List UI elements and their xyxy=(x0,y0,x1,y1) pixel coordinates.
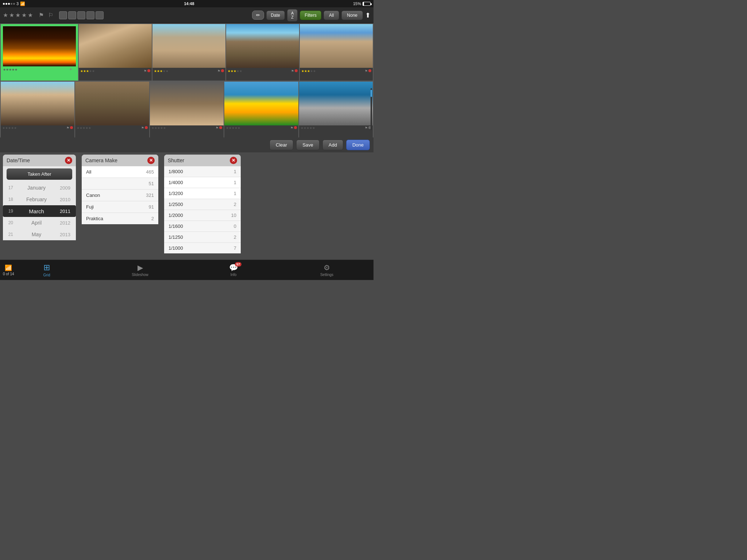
battery-label: 15% xyxy=(353,1,361,6)
cal-row-jan2009[interactable]: 17 January 2009 xyxy=(3,182,76,194)
grid-size-2[interactable] xyxy=(68,11,76,19)
photo-row-1: ★★★★★ ⚑ ★★★★★ ⚑ ★★★★★ ⚑ xyxy=(0,23,374,81)
status-bar: 3 📶 14:48 15% xyxy=(0,0,374,7)
photo-cell-7[interactable]: ★★★★★ ⚑ xyxy=(75,82,149,138)
flag-button[interactable]: ⚑ xyxy=(37,11,45,19)
camera-item-fuji[interactable]: Fuji 91 xyxy=(82,201,158,213)
photo-cell-1[interactable]: ★★★★★ ⚑ xyxy=(1,24,78,81)
share-button[interactable]: ⬆ xyxy=(365,11,371,19)
shutter-item-3200[interactable]: 1/32001 xyxy=(164,188,241,199)
photo-cell-3[interactable]: ★★★★★ ⚑ xyxy=(152,24,225,81)
photo-cell-4[interactable]: ★★★★★ ⚑ xyxy=(226,24,299,81)
close-shutter-button[interactable]: ✕ xyxy=(230,157,237,164)
camera-filter-list: All 465 51 Canon 321 Fuji 91 Praktica 2 xyxy=(82,166,158,224)
camera-canon-label: Canon xyxy=(86,192,100,198)
photo-cell-8[interactable]: ★★★★★ ⚑ xyxy=(150,82,224,138)
photo-meta-6: ★★★★★ ⚑ xyxy=(1,125,74,132)
indicators-4: ⚑ xyxy=(291,69,298,73)
grid-tab-label: Grid xyxy=(43,273,50,277)
camera-blank-count: 51 xyxy=(149,181,154,186)
grid-size-5[interactable] xyxy=(96,11,104,19)
camera-item-all[interactable]: All 465 xyxy=(82,166,158,178)
shutter-item-1600[interactable]: 1/16000 xyxy=(164,221,241,232)
cal-row-apr2012[interactable]: 20 April 2012 xyxy=(3,217,76,229)
done-button[interactable]: Done xyxy=(346,140,370,150)
shutter-item-8000[interactable]: 1/80001 xyxy=(164,166,241,177)
star-4[interactable]: ★ xyxy=(22,12,27,19)
stars-6: ★★★★★ xyxy=(2,126,17,131)
photo-row-2: ★★★★★ ⚑ ★★★★★ ⚑ ★★★★★ ⚑ ★★ xyxy=(0,81,374,137)
grid-size-4[interactable] xyxy=(86,11,94,19)
eraser-button[interactable]: ✏ xyxy=(252,11,264,20)
az-sort-button[interactable]: A Z xyxy=(287,9,298,22)
stars-7: ★★★★★ xyxy=(77,126,91,131)
photo-thumb-2 xyxy=(79,24,152,68)
stars-1: ★★★★★ xyxy=(3,68,18,71)
photo-meta-1: ★★★★★ ⚑ xyxy=(3,66,76,73)
all-button[interactable]: All xyxy=(324,11,339,20)
close-datetime-button[interactable]: ✕ xyxy=(65,157,72,164)
filters-button[interactable]: Filters xyxy=(300,11,321,20)
camera-item-blank[interactable]: 51 xyxy=(82,178,158,190)
star-3[interactable]: ★ xyxy=(15,12,20,19)
shutter-item-2500[interactable]: 1/25002 xyxy=(164,199,241,210)
photo-meta-7: ★★★★★ ⚑ xyxy=(75,125,149,132)
save-button[interactable]: Save xyxy=(296,140,320,150)
tab-slideshow[interactable]: ▶ Slideshow xyxy=(93,260,187,280)
scroll-indicator[interactable] xyxy=(371,88,372,130)
camera-item-canon[interactable]: Canon 321 xyxy=(82,190,158,201)
info-badge: 57 xyxy=(235,262,241,267)
photo-cell-10[interactable]: ★★★★★ ⚑ xyxy=(299,82,373,138)
add-button[interactable]: Add xyxy=(322,140,343,150)
info-tab-label: Info xyxy=(231,273,237,277)
action-row: Clear Save Add Done xyxy=(0,137,374,152)
settings-tab-icon: ⚙ xyxy=(324,263,330,272)
indicators-2: ⚑ xyxy=(144,69,150,73)
shutter-item-1250[interactable]: 1/12502 xyxy=(164,232,241,243)
tab-settings[interactable]: ⚙ Settings xyxy=(280,260,374,280)
photo-meta-4: ★★★★★ ⚑ xyxy=(226,68,299,74)
az-top: A xyxy=(291,11,294,15)
slideshow-tab-icon: ▶ xyxy=(138,263,143,272)
photo-cell-9[interactable]: ★★★★★ ⚑ xyxy=(224,82,298,138)
status-right: 15% xyxy=(353,1,371,6)
cal-row-may2013[interactable]: 21 May 2013 xyxy=(3,229,76,240)
grid-size-1[interactable] xyxy=(59,11,67,19)
scroll-thumb xyxy=(371,90,372,97)
shutter-item-4000[interactable]: 1/40001 xyxy=(164,177,241,188)
grid-size-buttons xyxy=(59,11,104,19)
cal-row-mar2011[interactable]: 19 March 2011 xyxy=(3,205,76,217)
star-rating[interactable]: ★ ★ ★ ★ ★ xyxy=(3,12,33,19)
tab-info[interactable]: 💬 57 Info xyxy=(187,260,280,280)
close-camera-button[interactable]: ✕ xyxy=(147,157,155,164)
date-button[interactable]: Date xyxy=(266,11,285,20)
cal-row-feb2010[interactable]: 18 February 2010 xyxy=(3,194,76,205)
shutter-item-1000[interactable]: 1/10007 xyxy=(164,243,241,253)
indicators-7: ⚑ xyxy=(141,126,148,131)
photo-thumb-8 xyxy=(150,82,224,125)
star-1[interactable]: ★ xyxy=(3,12,8,19)
indicators-6: ⚑ xyxy=(66,126,73,131)
camera-item-praktica[interactable]: Praktica 2 xyxy=(82,213,158,224)
stars-10: ★★★★★ xyxy=(301,126,315,131)
indicators-9: ⚑ xyxy=(290,126,297,131)
none-button[interactable]: None xyxy=(341,11,363,20)
calendar-list[interactable]: 17 January 2009 18 February 2010 19 Marc… xyxy=(3,182,76,240)
camera-fuji-label: Fuji xyxy=(86,204,94,210)
flag-crossed-button[interactable]: ⚐ xyxy=(47,11,55,19)
star-2[interactable]: ★ xyxy=(9,12,14,19)
photo-cell-2[interactable]: ★★★★★ ⚑ xyxy=(79,24,152,81)
photo-cell-6[interactable]: ★★★★★ ⚑ xyxy=(1,82,74,138)
clear-button[interactable]: Clear xyxy=(270,140,293,150)
shutter-item-2000[interactable]: 1/200010 xyxy=(164,210,241,221)
photo-meta-8: ★★★★★ ⚑ xyxy=(150,125,224,132)
taken-after-button[interactable]: Taken After xyxy=(7,168,72,180)
stars-3: ★★★★★ xyxy=(154,69,169,73)
grid-size-3[interactable] xyxy=(77,11,85,19)
star-5[interactable]: ★ xyxy=(28,12,33,19)
camera-make-filter-panel: Camera Make ✕ All 465 51 Canon 321 Fuji … xyxy=(82,155,158,224)
photo-thumb-4 xyxy=(226,24,299,68)
stars-5: ★★★★★ xyxy=(301,69,316,73)
camera-all-label: All xyxy=(86,169,91,175)
photo-cell-5[interactable]: ★★★★★ ⚑ xyxy=(300,24,373,81)
